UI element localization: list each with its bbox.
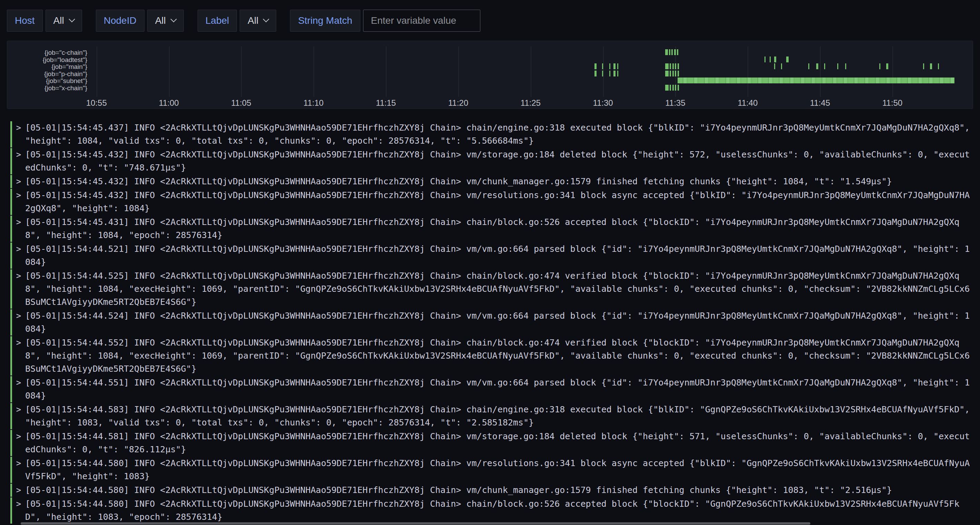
log-volume-mark (816, 63, 818, 69)
series-label: {job="c-chain"} (11, 49, 87, 57)
log-volume-mark (665, 85, 669, 90)
log-volume-mark (602, 63, 603, 69)
log-volume-mark (613, 63, 616, 69)
variable-select-nodeid[interactable]: All (147, 10, 184, 32)
log-volume-mark (837, 63, 838, 69)
log-message: [05-01|15:54:44.525] INFO <2AcRkXTLLtQjv… (25, 270, 971, 309)
log-volume-mark (677, 49, 678, 55)
horizontal-scrollbar[interactable] (21, 522, 810, 525)
log-row[interactable]: >[05-01|15:54:44.581] INFO <2AcRkXTLLtQj… (10, 430, 971, 456)
series-label: {job="loadtest"} (11, 57, 87, 64)
chevron-down-icon (170, 16, 177, 22)
log-volume-mark (845, 63, 846, 69)
log-row[interactable]: >[05-01|15:54:44.524] INFO <2AcRkXTLLtQj… (10, 309, 971, 336)
log-row[interactable]: >[05-01|15:54:45.431] INFO <2AcRkXTLLtQj… (10, 216, 971, 242)
expand-chevron-icon[interactable]: > (15, 457, 22, 483)
x-tick-label: 11:40 (738, 98, 757, 108)
log-message: [05-01|15:54:44.583] INFO <2AcRkXTLLtQjv… (25, 403, 971, 429)
log-volume-mark (930, 63, 932, 69)
log-volume-mark (665, 71, 669, 76)
expand-chevron-icon[interactable]: > (15, 498, 22, 523)
log-volume-mark (770, 57, 771, 62)
log-volume-mark (764, 57, 765, 62)
expand-chevron-icon[interactable]: > (15, 189, 22, 215)
log-row[interactable]: >[05-01|15:54:44.521] INFO <2AcRkXTLLtQj… (10, 243, 971, 269)
log-volume-mark (595, 63, 597, 69)
log-message: [05-01|15:54:44.551] INFO <2AcRkXTLLtQjv… (25, 376, 971, 402)
log-message: [05-01|15:54:45.432] INFO <2AcRkXTLLtQjv… (25, 148, 971, 174)
log-message: [05-01|15:54:45.431] INFO <2AcRkXTLLtQjv… (25, 216, 971, 242)
log-row[interactable]: >[05-01|15:54:45.432] INFO <2AcRkXTLLtQj… (10, 148, 971, 174)
expand-chevron-icon[interactable]: > (15, 403, 22, 429)
log-message: [05-01|15:54:44.524] INFO <2AcRkXTLLtQjv… (25, 309, 971, 336)
series-label: {job="main"} (11, 63, 87, 71)
expand-chevron-icon[interactable]: > (15, 270, 22, 309)
log-volume-mark (675, 71, 676, 76)
expand-chevron-icon[interactable]: > (15, 121, 22, 148)
x-tick-label: 11:05 (231, 98, 251, 108)
log-row[interactable]: >[05-01|15:54:45.437] INFO <2AcRkXTLLtQj… (10, 121, 971, 148)
x-tick-label: 11:15 (376, 98, 396, 108)
log-volume-mark (774, 63, 775, 69)
log-message: [05-01|15:54:45.432] INFO <2AcRkXTLLtQjv… (25, 175, 971, 188)
log-message: [05-01|15:54:44.580] INFO <2AcRkXTLLtQjv… (25, 484, 971, 497)
x-tick-label: 11:00 (159, 98, 179, 108)
log-volume-mark (938, 63, 939, 69)
log-volume-mark (617, 63, 618, 69)
chart-x-axis: 10:5511:0011:0511:1011:1511:2011:2511:30… (92, 98, 969, 111)
log-row[interactable]: >[05-01|15:54:44.580] INFO <2AcRkXTLLtQj… (10, 457, 971, 483)
expand-chevron-icon[interactable]: > (15, 430, 22, 456)
variables-toolbar: Host All NodeID All Label All String Mat… (0, 0, 980, 32)
log-rows-panel: >[05-01|15:54:45.437] INFO <2AcRkXTLLtQj… (10, 121, 971, 523)
x-tick-label: 11:50 (882, 98, 902, 108)
expand-chevron-icon[interactable]: > (15, 484, 22, 497)
log-volume-mark (602, 71, 603, 76)
expand-chevron-icon[interactable]: > (15, 336, 22, 376)
log-message: [05-01|15:54:44.521] INFO <2AcRkXTLLtQjv… (25, 243, 971, 269)
log-row[interactable]: >[05-01|15:54:44.525] INFO <2AcRkXTLLtQj… (10, 270, 971, 309)
variable-select-label[interactable]: All (240, 10, 276, 32)
log-row[interactable]: >[05-01|15:54:44.580] INFO <2AcRkXTLLtQj… (10, 484, 971, 497)
variable-select-host[interactable]: All (46, 10, 82, 32)
log-message: [05-01|15:54:44.581] INFO <2AcRkXTLLtQjv… (25, 430, 971, 456)
expand-chevron-icon[interactable]: > (15, 175, 22, 188)
log-message: [05-01|15:54:45.432] INFO <2AcRkXTLLtQjv… (25, 189, 971, 215)
log-volume-mark (617, 71, 618, 76)
log-volume-mark (678, 85, 679, 90)
chevron-down-icon (68, 16, 75, 22)
log-volume-mark (613, 71, 616, 76)
expand-chevron-icon[interactable]: > (15, 148, 22, 174)
chart-y-axis-labels: {job="c-chain"}{job="loadtest"}{job="mai… (11, 44, 87, 108)
log-volume-mark (665, 63, 669, 69)
log-volume-panel: {job="c-chain"}{job="loadtest"}{job="mai… (7, 41, 973, 109)
series-row (92, 78, 969, 83)
variable-label-string-match: String Match (290, 10, 360, 32)
log-volume-mark (774, 57, 776, 62)
log-volume-mark (672, 85, 674, 90)
expand-chevron-icon[interactable]: > (15, 309, 22, 336)
expand-chevron-icon[interactable]: > (15, 376, 22, 402)
log-volume-mark (595, 71, 597, 76)
series-row (92, 49, 969, 55)
log-volume-mark (672, 71, 674, 76)
log-volume-mark (675, 63, 676, 69)
log-row[interactable]: >[05-01|15:54:44.552] INFO <2AcRkXTLLtQj… (10, 336, 971, 376)
log-volume-mark (609, 71, 610, 76)
log-volume-mark (923, 63, 924, 69)
series-label: {job="p-chain"} (11, 71, 87, 78)
log-row[interactable]: >[05-01|15:54:45.432] INFO <2AcRkXTLLtQj… (10, 175, 971, 188)
expand-chevron-icon[interactable]: > (15, 216, 22, 242)
log-row[interactable]: >[05-01|15:54:44.551] INFO <2AcRkXTLLtQj… (10, 376, 971, 402)
log-volume-mark (781, 63, 782, 69)
variable-group-string-match: String Match (290, 10, 480, 32)
log-volume-mark (786, 57, 789, 62)
expand-chevron-icon[interactable]: > (15, 243, 22, 269)
log-volume-mark (879, 63, 880, 69)
string-match-input[interactable] (363, 10, 480, 32)
log-row[interactable]: >[05-01|15:54:45.432] INFO <2AcRkXTLLtQj… (10, 189, 971, 215)
chart-plot[interactable] (92, 49, 969, 93)
series-row (92, 71, 969, 76)
log-row[interactable]: >[05-01|15:54:44.583] INFO <2AcRkXTLLtQj… (10, 403, 971, 429)
log-row[interactable]: >[05-01|15:54:44.580] INFO <2AcRkXTLLtQj… (10, 498, 971, 523)
variable-value-nodeid: All (155, 15, 166, 26)
